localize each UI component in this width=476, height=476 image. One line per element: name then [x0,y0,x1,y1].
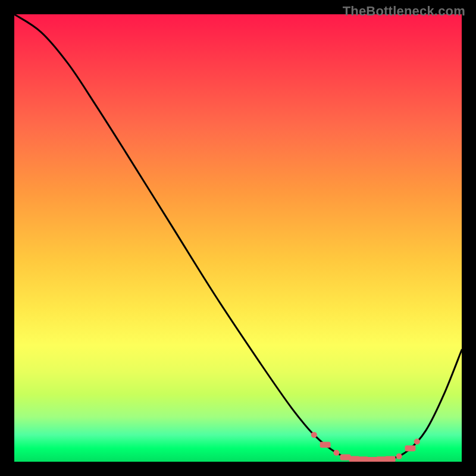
curve-marker-dot [396,453,402,459]
curve-svg [14,14,462,462]
curve-marker-segment [320,441,331,447]
curve-marker-dot [311,432,317,438]
watermark-text: TheBottleneck.com [343,4,465,19]
curve-marker-segment [405,445,416,451]
bottleneck-curve [14,14,462,460]
curve-marker-dot [414,439,420,444]
plot-area [14,14,462,462]
curve-marker-dot [333,450,339,456]
curve-marker-segment [385,456,396,462]
curve-markers [311,432,420,462]
chart-container: TheBottleneck.com [0,0,476,476]
